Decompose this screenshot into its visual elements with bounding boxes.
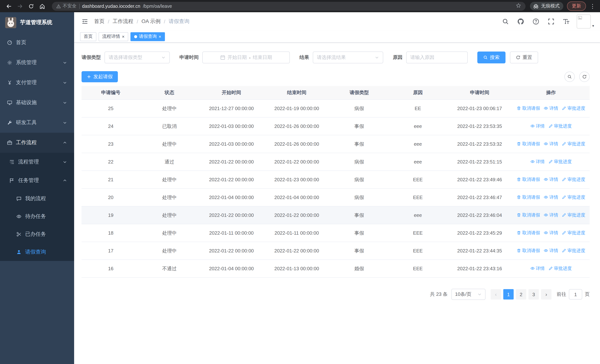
close-icon[interactable]: × xyxy=(122,34,124,39)
cancel-action-link[interactable]: 取消请假 xyxy=(517,212,540,218)
detail-action-link[interactable]: 详情 xyxy=(544,141,558,147)
sidebar-item-done-tasks[interactable]: 已办任务 xyxy=(0,225,74,243)
detail-action-link[interactable]: 详情 xyxy=(544,194,558,201)
filter-form: 请假类型 请选择请假类型 申请时间 开始日期 - 结束日期 xyxy=(82,52,590,63)
create-leave-button[interactable]: 发起请假 xyxy=(82,71,118,82)
end-date-input[interactable]: 结束日期 xyxy=(253,54,272,61)
chat-icon xyxy=(16,196,21,201)
sidebar-item-workflow[interactable]: 工作流程 xyxy=(0,133,74,153)
detail-action-link[interactable]: 详情 xyxy=(530,123,545,129)
start-date-input[interactable]: 开始日期 xyxy=(227,54,247,61)
table-toolbar: 发起请假 xyxy=(82,71,590,82)
back-icon[interactable] xyxy=(4,1,14,11)
bookmark-star-icon[interactable] xyxy=(516,3,521,9)
sidebar-item-process-mgmt[interactable]: 流程管理 xyxy=(0,153,74,171)
next-page-button[interactable]: › xyxy=(541,289,552,299)
sidebar-fold-icon[interactable] xyxy=(80,17,90,26)
page-1-button[interactable]: 1 xyxy=(503,289,514,299)
browser-update-button[interactable]: 更新 xyxy=(567,1,586,11)
cell-actions: 取消请假详情审批进度 xyxy=(512,188,590,206)
progress-action-link[interactable]: 审批进度 xyxy=(548,123,572,129)
progress-action-link[interactable]: 审批进度 xyxy=(562,105,585,112)
date-range-picker[interactable]: 开始日期 - 结束日期 xyxy=(202,52,290,63)
table-row: 24已取消2022-01-03 00:00:002022-01-26 00:00… xyxy=(82,117,590,135)
result-select[interactable]: 请选择流结果 xyxy=(313,52,383,63)
sidebar-item-home[interactable]: 首页 xyxy=(0,33,74,53)
security-warning[interactable]: 不安全 xyxy=(56,3,76,9)
cell-reason: EEE xyxy=(389,188,447,206)
address-bar[interactable]: 不安全 dashboard.yudao.iocoder.cn/bpm/oa/le… xyxy=(52,2,525,10)
page-size-select[interactable]: 10条/页 xyxy=(451,289,486,300)
toggle-search-button[interactable] xyxy=(564,72,575,82)
user-avatar-menu[interactable]: ▾ xyxy=(577,14,594,28)
active-dot xyxy=(134,35,137,38)
goto-page-input[interactable]: 1 xyxy=(569,289,582,299)
sidebar-item-system[interactable]: 系统管理 xyxy=(0,53,74,73)
tab-process-detail[interactable]: 流程详情 × xyxy=(99,32,128,41)
github-icon[interactable] xyxy=(516,17,525,26)
browser-menu-icon[interactable]: ⋮ xyxy=(589,3,596,9)
progress-action-link[interactable]: 审批进度 xyxy=(548,265,572,272)
cancel-action-link[interactable]: 取消请假 xyxy=(517,105,540,112)
detail-action-link[interactable]: 详情 xyxy=(544,248,558,254)
help-icon[interactable] xyxy=(531,17,541,26)
goto-label: 前往 xyxy=(557,291,566,298)
detail-action-link[interactable]: 详情 xyxy=(530,265,545,272)
font-size-icon[interactable] xyxy=(562,17,571,26)
cancel-action-link[interactable]: 取消请假 xyxy=(517,141,540,147)
reason-input[interactable]: 请输入原因 xyxy=(406,52,468,63)
progress-action-link[interactable]: 审批进度 xyxy=(562,141,585,147)
detail-action-link[interactable]: 详情 xyxy=(544,177,558,183)
breadcrumb-oa-example[interactable]: OA 示例 xyxy=(141,18,161,25)
cell-apply-no: 18 xyxy=(82,224,140,242)
reset-button[interactable]: 重置 xyxy=(510,52,538,63)
breadcrumb-workflow[interactable]: 工作流程 xyxy=(113,18,133,25)
sidebar-item-todo-tasks[interactable]: 待办任务 xyxy=(0,208,74,225)
prev-page-button[interactable]: ‹ xyxy=(491,289,501,299)
page-3-button[interactable]: 3 xyxy=(528,289,539,299)
tab-leave-query[interactable]: 请假查询 × xyxy=(131,32,165,41)
detail-action-link[interactable]: 详情 xyxy=(544,230,558,236)
fullscreen-icon[interactable] xyxy=(546,17,556,26)
progress-action-link[interactable]: 审批进度 xyxy=(548,159,572,165)
cell-reason: eee xyxy=(389,117,447,135)
search-button[interactable]: 搜索 xyxy=(477,52,506,63)
tab-home[interactable]: 首页 xyxy=(80,32,96,41)
sidebar-item-infra[interactable]: 基础设施 xyxy=(0,93,74,113)
search-icon[interactable] xyxy=(501,17,510,26)
cell-leave-type: 婚假 xyxy=(329,260,389,278)
leave-type-label: 请假类型 xyxy=(82,54,101,61)
detail-action-link[interactable]: 详情 xyxy=(544,105,558,112)
cell-end-time: 2022-01-26 00:00:00 xyxy=(264,117,329,135)
progress-action-link[interactable]: 审批进度 xyxy=(562,230,585,236)
sidebar-item-payment[interactable]: 支付管理 xyxy=(0,73,74,93)
cell-actions: 详情审批进度 xyxy=(512,153,590,171)
sidebar-item-devtools[interactable]: 研发工具 xyxy=(0,113,74,133)
yen-icon xyxy=(7,80,12,85)
refresh-table-button[interactable] xyxy=(579,72,590,82)
sidebar-item-leave-query[interactable]: 请假查询 xyxy=(0,243,74,261)
progress-action-link[interactable]: 审批进度 xyxy=(562,248,585,254)
home-icon[interactable] xyxy=(37,1,47,11)
detail-action-link[interactable]: 详情 xyxy=(530,159,545,165)
cancel-action-link[interactable]: 取消请假 xyxy=(517,230,540,236)
progress-action-link[interactable]: 审批进度 xyxy=(562,212,585,218)
breadcrumb-home[interactable]: 首页 xyxy=(94,18,104,25)
progress-action-link[interactable]: 审批进度 xyxy=(562,177,585,183)
forward-icon[interactable] xyxy=(15,1,25,11)
cancel-action-link[interactable]: 取消请假 xyxy=(517,194,540,201)
cancel-action-link[interactable]: 取消请假 xyxy=(517,248,540,254)
leave-type-select[interactable]: 请选择请假类型 xyxy=(104,52,170,63)
plus-icon xyxy=(87,75,91,79)
cell-end-time: 2022-01-04 00:00:00 xyxy=(264,188,329,206)
page-2-button[interactable]: 2 xyxy=(516,289,526,299)
cancel-action-link[interactable]: 取消请假 xyxy=(517,177,540,183)
cell-apply-no: 25 xyxy=(82,100,140,117)
sidebar-item-my-process[interactable]: 我的流程 xyxy=(0,190,74,208)
sidebar-item-task-mgmt[interactable]: 任务管理 xyxy=(0,171,74,190)
cell-status: 处理中 xyxy=(140,188,199,206)
detail-action-link[interactable]: 详情 xyxy=(544,212,558,218)
progress-action-link[interactable]: 审批进度 xyxy=(562,194,585,201)
reload-icon[interactable] xyxy=(26,1,36,11)
close-icon[interactable]: × xyxy=(159,34,161,39)
